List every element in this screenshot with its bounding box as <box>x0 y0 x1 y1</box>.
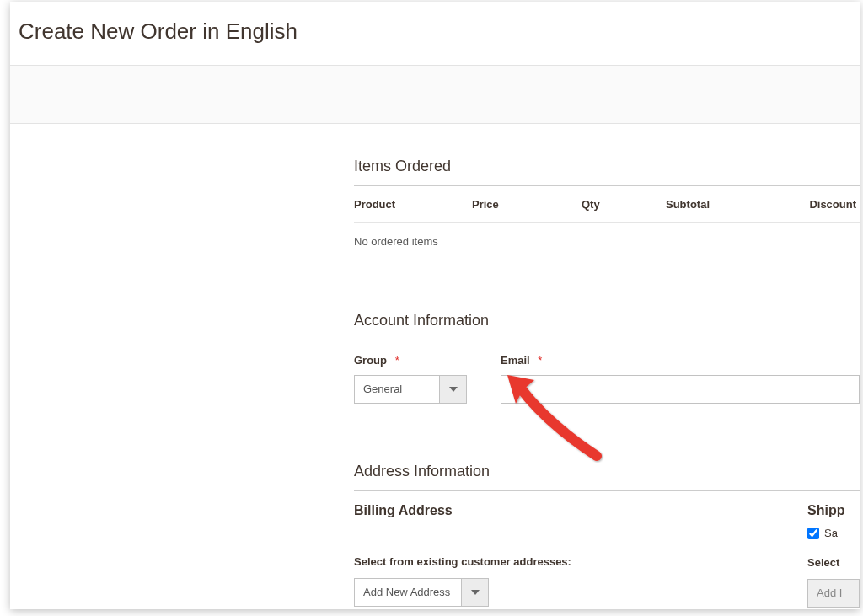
email-label: Email * <box>501 354 860 367</box>
email-field[interactable] <box>501 375 860 404</box>
required-star: * <box>395 354 399 367</box>
address-info-title: Address Information <box>354 463 860 491</box>
group-select-value: General <box>355 376 439 403</box>
same-as-billing-label: Sa <box>824 527 838 539</box>
no-items-message: No ordered items <box>354 223 860 260</box>
billing-address-title: Billing Address <box>354 503 791 518</box>
items-col-qty: Qty <box>573 186 666 223</box>
required-star: * <box>538 354 542 367</box>
billing-address-col: Billing Address Select from existing cus… <box>354 503 791 608</box>
account-info-section: Account Information Group * General <box>354 312 860 404</box>
group-label: Group * <box>354 354 467 367</box>
items-ordered-title: Items Ordered <box>354 158 860 186</box>
items-col-subtotal: Subtotal <box>666 186 801 223</box>
toolbar-band <box>10 65 860 124</box>
billing-address-select-value: Add New Address <box>355 579 461 606</box>
account-info-title: Account Information <box>354 312 860 340</box>
items-col-discount: Discount <box>801 186 860 223</box>
group-select[interactable]: General <box>354 375 467 404</box>
same-as-billing-checkbox[interactable] <box>807 528 819 539</box>
shipping-address-title: Shipp <box>807 503 860 518</box>
billing-existing-label: Select from existing customer addresses: <box>354 555 791 568</box>
items-col-price: Price <box>472 186 573 223</box>
billing-address-select[interactable]: Add New Address <box>354 578 489 607</box>
chevron-down-icon <box>439 376 466 403</box>
address-info-section: Address Information Billing Address Sele… <box>354 463 860 608</box>
email-label-text: Email <box>501 354 530 367</box>
shipping-address-select[interactable]: Add I <box>807 579 860 608</box>
items-col-product: Product <box>354 186 472 223</box>
chevron-down-icon <box>461 579 488 606</box>
group-label-text: Group <box>354 354 387 367</box>
items-ordered-section: Items Ordered Product Price Qty Subtotal… <box>354 158 860 260</box>
page-title: Create New Order in English <box>10 2 860 65</box>
items-table: Product Price Qty Subtotal Discount <box>354 186 860 223</box>
shipping-existing-label: Select <box>807 556 860 569</box>
shipping-address-col: Shipp Sa Select Add I <box>807 503 860 608</box>
